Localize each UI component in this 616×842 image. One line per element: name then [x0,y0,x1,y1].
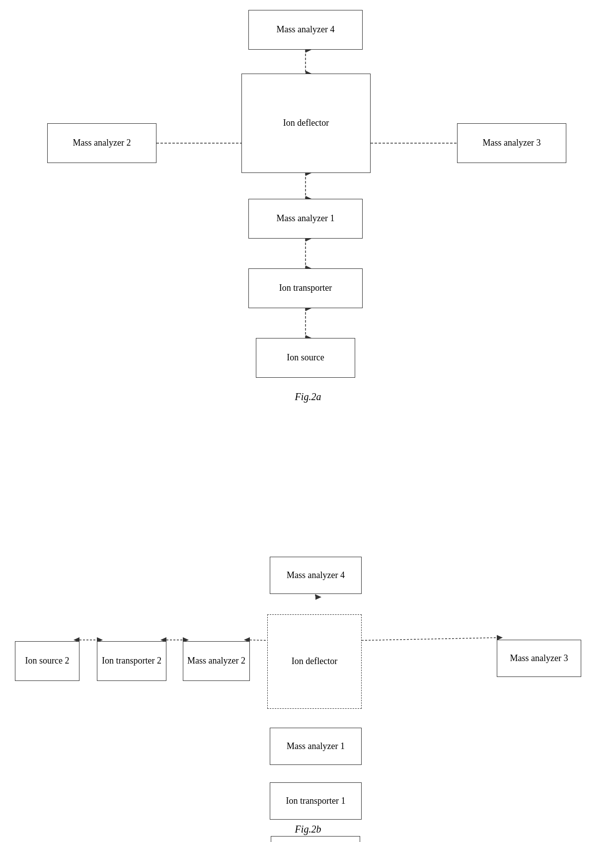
mass-analyzer-4-label: Mass analyzer 4 [277,24,335,35]
mass-analyzer-3-box: Mass analyzer 3 [457,123,566,163]
ion-deflector-b-box: Ion deflector [267,614,362,709]
mass-analyzer-4-box: Mass analyzer 4 [248,10,363,50]
ion-deflector-label: Ion deflector [283,117,329,129]
ion-source-label: Ion source [287,352,324,363]
ion-transporter-box: Ion transporter [248,268,363,308]
figure-2a: Mass analyzer 4 Ion deflector Mass analy… [0,0,616,408]
mass-analyzer-1b-label: Mass analyzer 1 [287,741,345,752]
mass-analyzer-4b-label: Mass analyzer 4 [287,570,345,581]
ion-transporter-1b-label: Ion transporter 1 [286,795,346,807]
svg-line-18 [362,638,497,641]
svg-line-17 [250,640,267,641]
mass-analyzer-2b-label: Mass analyzer 2 [187,655,245,667]
ion-transporter-1b-box: Ion transporter 1 [270,782,362,820]
mass-analyzer-2-label: Mass analyzer 2 [73,137,131,149]
ion-source-2-box: Ion source 2 [15,641,79,681]
mass-analyzer-1b-box: Mass analyzer 1 [270,728,362,765]
figure-2b: Ion source 2 Ion transporter 2 Mass anal… [0,408,616,842]
mass-analyzer-1-label: Mass analyzer 1 [277,213,335,224]
mass-analyzer-3b-label: Mass analyzer 3 [510,653,568,664]
ion-transporter-2-box: Ion transporter 2 [97,641,166,681]
mass-analyzer-2b-box: Mass analyzer 2 [183,641,250,681]
ion-source-1b-box: Ion source 1 [271,836,360,842]
mass-analyzer-3-label: Mass analyzer 3 [483,137,541,149]
mass-analyzer-4b-box: Mass analyzer 4 [270,557,362,594]
mass-analyzer-1-box: Mass analyzer 1 [248,199,363,239]
ion-source-2-label: Ion source 2 [25,655,70,667]
mass-analyzer-3b-box: Mass analyzer 3 [497,640,581,677]
ion-transporter-2-label: Ion transporter 2 [102,655,161,667]
ion-deflector-b-label: Ion deflector [292,656,337,667]
ion-transporter-label: Ion transporter [279,282,332,294]
fig2b-caption: Fig.2b [295,824,321,835]
ion-deflector-box: Ion deflector [241,74,371,173]
mass-analyzer-2-box: Mass analyzer 2 [47,123,156,163]
ion-source-box: Ion source [256,338,355,378]
fig2a-caption: Fig.2a [295,391,321,403]
